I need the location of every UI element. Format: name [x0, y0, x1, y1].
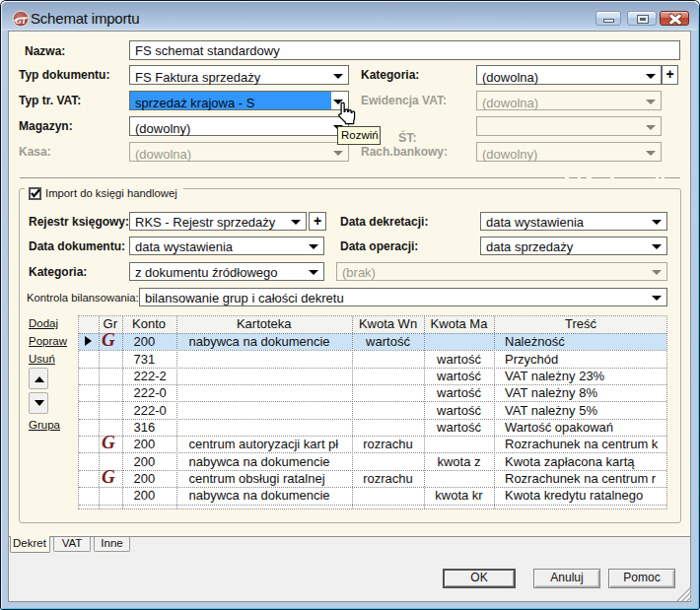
svg-text:GT: GT	[15, 16, 27, 26]
